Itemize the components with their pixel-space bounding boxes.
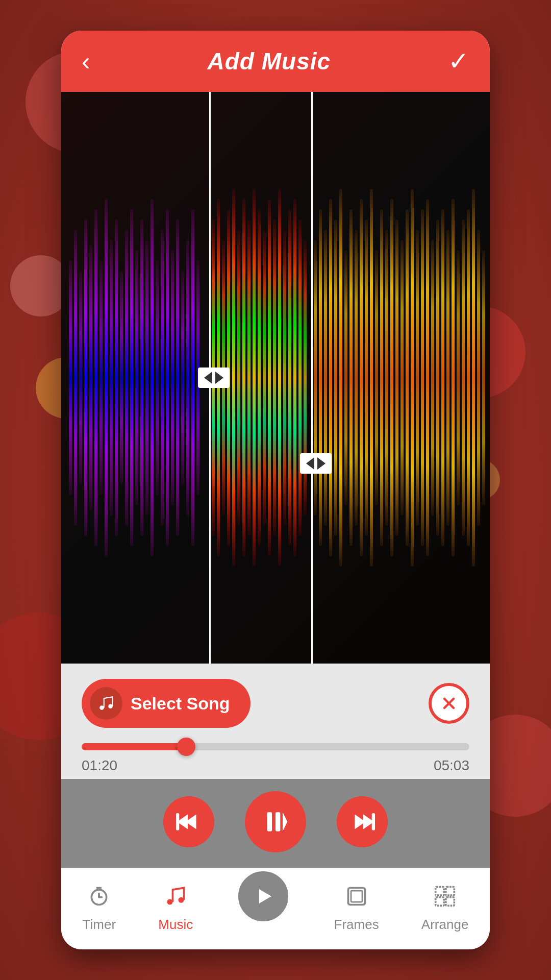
svg-rect-73 [457, 250, 460, 505]
svg-marker-98 [259, 889, 271, 903]
svg-rect-72 [452, 199, 455, 556]
svg-rect-32 [242, 199, 245, 556]
svg-rect-63 [406, 209, 409, 546]
arrange-icon [434, 885, 456, 913]
confirm-button[interactable]: ✓ [448, 46, 469, 76]
svg-rect-14 [140, 219, 143, 536]
svg-rect-44 [304, 240, 307, 516]
svg-rect-48 [329, 199, 332, 556]
svg-rect-4 [89, 245, 92, 510]
svg-rect-34 [253, 189, 256, 567]
svg-rect-101 [436, 887, 444, 896]
drag-handle-right[interactable] [300, 453, 332, 474]
nav-item-timer[interactable]: Timer [83, 885, 116, 933]
svg-rect-30 [232, 189, 235, 567]
svg-rect-57 [375, 250, 378, 505]
select-song-row: Select Song [82, 679, 469, 728]
svg-rect-35 [258, 209, 261, 546]
page-title: Add Music [208, 47, 331, 75]
svg-rect-56 [370, 189, 373, 567]
svg-rect-38 [273, 219, 276, 536]
drag-handle-left[interactable] [198, 368, 230, 388]
svg-rect-7 [105, 199, 108, 556]
svg-rect-102 [446, 887, 455, 896]
svg-rect-87 [276, 812, 280, 831]
bottom-nav: Timer Music [61, 868, 490, 949]
music-label: Music [158, 917, 193, 933]
svg-rect-52 [349, 209, 353, 546]
svg-point-97 [179, 897, 184, 903]
close-song-button[interactable] [429, 683, 469, 724]
waveform-section-right [311, 92, 490, 664]
svg-rect-8 [110, 240, 113, 516]
divider-right [311, 92, 313, 664]
skip-back-button[interactable] [163, 796, 214, 847]
svg-rect-78 [482, 250, 485, 505]
arrange-label: Arrange [421, 917, 469, 933]
svg-rect-69 [436, 219, 439, 536]
svg-rect-91 [372, 813, 375, 830]
svg-rect-70 [441, 209, 444, 546]
select-song-label: Select Song [131, 694, 230, 714]
progress-thumb[interactable] [177, 738, 195, 756]
svg-rect-37 [268, 199, 271, 556]
timer-label: Timer [83, 917, 116, 933]
svg-marker-88 [283, 812, 287, 831]
svg-rect-31 [237, 230, 240, 526]
progress-section: 01:20 05:03 [82, 743, 469, 774]
svg-rect-19 [166, 209, 169, 546]
time-total: 05:03 [434, 757, 469, 774]
time-current: 01:20 [82, 757, 117, 774]
svg-rect-40 [283, 230, 286, 526]
svg-rect-55 [365, 219, 368, 536]
svg-point-79 [99, 705, 104, 710]
svg-rect-11 [125, 230, 128, 526]
select-song-button[interactable]: Select Song [82, 679, 251, 728]
svg-rect-51 [344, 250, 347, 505]
svg-rect-9 [115, 219, 118, 536]
svg-rect-66 [421, 209, 424, 546]
svg-rect-41 [288, 209, 291, 546]
progress-fill [82, 743, 186, 750]
svg-rect-13 [135, 250, 138, 505]
controls-area: Select Song 01:20 05:03 [61, 664, 490, 868]
svg-rect-67 [426, 199, 429, 556]
svg-rect-58 [380, 209, 383, 546]
playback-controls [61, 779, 490, 868]
svg-rect-5 [94, 209, 97, 546]
svg-rect-77 [477, 230, 480, 526]
progress-times: 01:20 05:03 [82, 757, 469, 774]
frames-icon [345, 885, 368, 913]
svg-rect-71 [446, 230, 449, 526]
svg-rect-85 [176, 813, 179, 830]
svg-rect-42 [293, 199, 296, 556]
nav-item-arrange[interactable]: Arrange [421, 885, 469, 933]
svg-rect-3 [84, 219, 87, 536]
nav-item-frames[interactable]: Frames [334, 885, 379, 933]
nav-play-button[interactable] [235, 868, 291, 924]
svg-rect-21 [176, 219, 179, 536]
svg-rect-74 [462, 219, 465, 536]
nav-item-music[interactable]: Music [158, 885, 193, 933]
waveform-area [61, 92, 490, 664]
svg-rect-17 [156, 260, 159, 495]
close-icon [435, 690, 463, 717]
skip-forward-button[interactable] [337, 796, 388, 847]
svg-rect-12 [130, 209, 133, 546]
svg-rect-24 [191, 209, 194, 546]
play-pause-button[interactable] [245, 791, 306, 852]
svg-rect-54 [360, 199, 363, 556]
progress-bar[interactable] [82, 743, 469, 750]
svg-rect-75 [467, 209, 470, 546]
svg-rect-103 [436, 897, 444, 906]
svg-rect-18 [161, 230, 164, 526]
svg-rect-65 [416, 230, 419, 526]
svg-rect-45 [314, 240, 317, 516]
header: ‹ Add Music ✓ [61, 31, 490, 92]
svg-rect-59 [385, 230, 388, 526]
svg-rect-20 [171, 250, 174, 505]
svg-rect-50 [339, 189, 342, 567]
svg-rect-33 [247, 219, 251, 536]
waveform-section-left [61, 92, 209, 664]
back-button[interactable]: ‹ [82, 48, 90, 74]
